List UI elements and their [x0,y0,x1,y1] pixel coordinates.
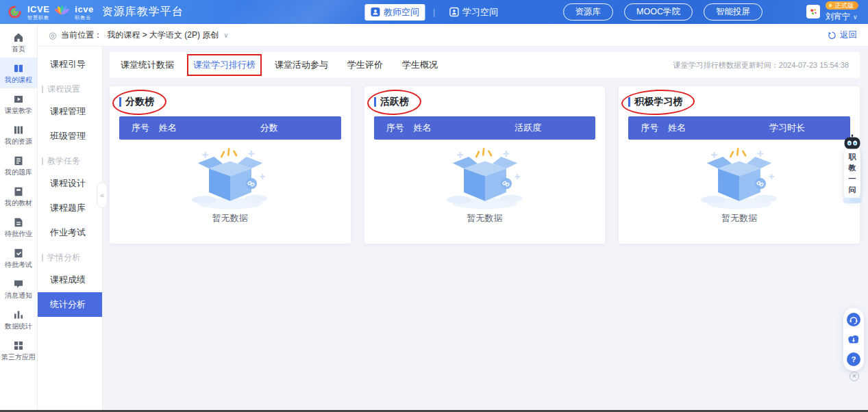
main-content: « 课堂统计数据课堂学习排行榜课堂活动参与学生评价学生概况 课堂学习排行榜数据更… [103,47,868,412]
stats-icon [13,309,24,320]
menu-item-5[interactable]: 课程设计 [38,171,102,196]
title-accent-bar [628,97,630,107]
breadcrumb-prefix: 当前位置： [61,29,102,41]
close-widget-button[interactable]: × [850,372,859,381]
menu-item-10[interactable]: 统计分析 [38,292,102,317]
header-pill-buttons: 资源库 MOOC学院 智能投屏 [563,3,762,21]
tab-bar: 课堂统计数据课堂学习排行榜课堂活动参与学生评价学生概况 课堂学习排行榜数据更新时… [110,52,860,78]
column-index: 序号 [374,122,414,134]
assistant-label-char: 问 [849,186,856,194]
sidebar-item-stats[interactable]: 数据统计 [0,304,37,335]
empty-state-label: 暂无数据 [467,212,503,224]
panel-2: 积极学习榜序号姓名学习时长 暂无数据 [619,86,860,244]
sidebar-item-qbank[interactable]: 我的题库 [0,150,37,181]
app-mini-logo-icon[interactable] [806,5,820,18]
chevron-down-icon: ∨ [853,14,858,21]
sidebar-item-homework[interactable]: 待批作业 [0,211,37,242]
menu-item-2[interactable]: 课程管理 [38,99,102,124]
column-index: 序号 [119,122,159,134]
sidebar-item-label: 待批作业 [5,231,32,237]
classroom-icon [13,94,24,105]
tab-label: 学生评价 [347,60,383,70]
close-icon: × [852,372,856,380]
panel-0: 分数榜序号姓名分数 暂无数据 [110,86,351,244]
icve-shell-logo-icon [54,4,70,20]
empty-box-illustration [185,144,275,212]
nav-teacher-space[interactable]: 教师空间 [364,4,425,21]
customer-service-button[interactable] [847,313,860,326]
table-header: 序号姓名学习时长 [628,116,850,140]
breadcrumb-caret-icon[interactable]: ∨ [223,31,228,39]
column-value: 分数 [260,122,341,134]
nav-separator: | [433,8,435,17]
tab-4[interactable]: 学生概况 [402,59,438,71]
nav-teacher-label: 教师空间 [384,6,419,18]
mooc-college-button[interactable]: MOOC学院 [624,3,693,21]
sidebar-item-classroom[interactable]: 课堂教学 [0,88,37,119]
student-space-icon [449,7,459,17]
user-menu[interactable]: 刘宵宁 ∨ [826,11,858,23]
assistant-label-char: 一 [849,175,856,183]
assistant-label-char: 职 [849,153,856,161]
empty-box-illustration [694,144,784,212]
menu-item-7[interactable]: 作业考试 [38,220,102,245]
sidebar-item-resource[interactable]: 我的资源 [0,119,37,150]
tab-1[interactable]: 课堂学习排行榜 [193,59,256,71]
assistant-label-pill[interactable]: 职教一问 [844,147,860,201]
section-bar [42,157,43,165]
assistant-widget[interactable]: 职教一问 [841,134,863,204]
menu-section-label: 课程设置 [47,83,80,95]
return-arrow-icon [828,31,836,40]
column-index: 序号 [628,122,668,134]
column-name: 姓名 [159,122,260,134]
menu-section-1: 课程设置 [38,77,102,99]
tab-0[interactable]: 课堂统计数据 [121,59,174,71]
empty-state-label: 暂无数据 [721,212,757,224]
empty-state: 暂无数据 [628,140,850,224]
menu-item-0[interactable]: 课程引导 [38,52,102,77]
sidebar-item-textbook[interactable]: 我的教材 [0,181,37,211]
panel-title-row: 活跃榜 [374,94,409,110]
sidebar-item-message[interactable]: 消息通知 [0,273,37,304]
breadcrumb-bar: ◎ 当前位置： 我的课程 > 大学语文 (2P) 原创 ∨ 返回 [38,24,868,47]
medal-icon [828,3,833,8]
sidebar-item-label: 首页 [12,46,25,53]
help-button[interactable]: ? [847,352,860,366]
menu-section-4: 教学任务 [38,149,102,171]
sidebar-item-apps[interactable]: 第三方应用 [0,335,37,365]
download-button[interactable] [847,333,860,346]
section-bar [42,254,43,261]
nav-student-space[interactable]: 学习空间 [443,4,504,21]
menu-item-9[interactable]: 课程成绩 [38,268,102,292]
brand-subtitle-2: 职教云 [75,15,93,20]
assistant-label-char: 教 [849,164,856,172]
empty-state-label: 暂无数据 [212,212,248,224]
table-header: 序号姓名活跃度 [374,116,596,140]
empty-state: 暂无数据 [119,140,341,224]
menu-item-6[interactable]: 课程题库 [38,196,102,220]
right-column: ◎ 当前位置： 我的课程 > 大学语文 (2P) 原创 ∨ 返回 课程引导课程设… [38,24,868,412]
sidebar-collapse-handle[interactable]: « [97,182,108,208]
brand-text-1: ICVE 智慧职教 [27,5,49,20]
cloud-icon [842,196,863,204]
smart-cast-button[interactable]: 智能投屏 [704,3,762,21]
sidebar-item-label: 我的教材 [5,200,32,207]
empty-box-illustration [440,144,530,212]
question-mark-icon: ? [847,352,860,366]
sidebar-item-exam[interactable]: 待批考试 [0,242,37,273]
tab-3[interactable]: 学生评价 [347,59,383,71]
tab-label: 课堂学习排行榜 [193,60,256,70]
sidebar-item-label: 第三方应用 [1,354,36,361]
breadcrumb-path[interactable]: 我的课程 > 大学语文 (2P) 原创 [107,29,219,41]
column-value: 活跃度 [514,122,595,134]
breadcrumb: ◎ 当前位置： 我的课程 > 大学语文 (2P) 原创 ∨ [49,29,229,41]
apps-icon [13,340,24,351]
back-button[interactable]: 返回 [828,29,857,41]
sidebar-item-course[interactable]: 我的课程 [0,57,37,88]
top-header: ICVE 智慧职教 icve 职教云 资源库教学平台 教师空间 [0,0,868,24]
sidebar-item-home[interactable]: 首页 [0,27,37,57]
menu-item-3[interactable]: 班级管理 [38,124,102,149]
resource-library-button[interactable]: 资源库 [563,3,614,21]
panel-title: 积极学习榜 [634,96,682,108]
tab-2[interactable]: 课堂活动参与 [275,59,328,71]
